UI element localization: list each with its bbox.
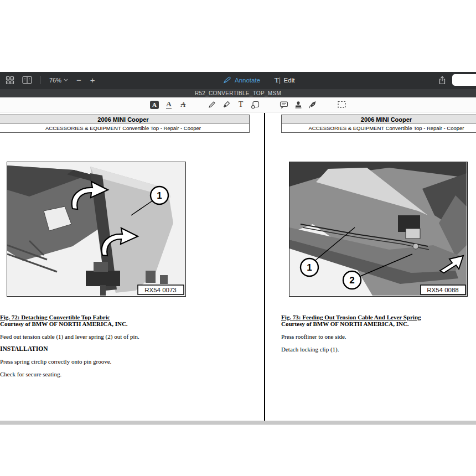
figure-72-ref-label: RX54 0073 bbox=[144, 287, 177, 293]
zoom-out-button[interactable]: − bbox=[74, 76, 84, 84]
paragraph: Detach locking clip (1). bbox=[281, 346, 339, 353]
view-controls: 76% − + bbox=[3, 72, 98, 88]
pencil-icon bbox=[208, 100, 216, 109]
main-toolbar: 76% − + Annotate T| Edit bbox=[0, 72, 476, 88]
highlight-icon: A bbox=[150, 101, 159, 109]
zoom-in-button[interactable]: + bbox=[87, 76, 98, 84]
annotate-pen-icon bbox=[223, 76, 231, 84]
underline-icon: A bbox=[166, 100, 171, 108]
strikethrough-icon: A bbox=[181, 100, 186, 109]
highlight-tool-button[interactable]: A bbox=[147, 99, 162, 111]
figure-72-caption: Fig. 72: Detaching Convertible Top Fabri… bbox=[0, 314, 110, 320]
zoom-level-button[interactable]: 76% bbox=[47, 76, 70, 85]
pdf-viewer-window: 76% − + Annotate T| Edit bbox=[0, 0, 476, 476]
grid-view-icon bbox=[6, 76, 14, 85]
share-button[interactable] bbox=[436, 75, 448, 86]
page-gap-divider bbox=[264, 113, 265, 421]
zoom-level-value: 76% bbox=[49, 77, 61, 84]
figure-72-courtesy: Courtesy of BMW OF NORTH AMERICA, INC. bbox=[0, 320, 128, 327]
eraser-tool-button[interactable] bbox=[219, 99, 234, 111]
page-header-subtitle: ACCESSORIES & EQUIPMENT Convertible Top … bbox=[0, 124, 249, 132]
callout-1-label: 1 bbox=[307, 262, 312, 273]
signature-pen-icon bbox=[308, 100, 317, 109]
toolbar-divider bbox=[40, 76, 41, 84]
shapes-tool-button[interactable] bbox=[248, 99, 262, 111]
selection-marquee-icon bbox=[337, 100, 346, 109]
toolbar-right bbox=[436, 72, 448, 88]
chevron-down-icon bbox=[64, 79, 68, 81]
installation-heading: INSTALLATION bbox=[0, 345, 48, 352]
mode-tabs: Annotate T| Edit bbox=[223, 72, 294, 88]
page-header-title: 2006 MINI Cooper bbox=[0, 115, 249, 124]
paragraph: Press roofliner to one side. bbox=[281, 333, 346, 340]
figure-73-image: 1 2 RX54 0088 bbox=[289, 162, 468, 297]
tab-annotate[interactable]: Annotate bbox=[223, 76, 260, 84]
signature-tool-button[interactable] bbox=[306, 99, 320, 111]
selection-tool-button[interactable] bbox=[334, 99, 349, 111]
annotation-toolbar: A A A T bbox=[0, 97, 476, 112]
page-header-table: 2006 MINI Cooper ACCESSORIES & EQUIPMENT… bbox=[0, 115, 250, 133]
eraser-icon bbox=[222, 100, 231, 109]
document-area: 2006 MINI Cooper ACCESSORIES & EQUIPMENT… bbox=[0, 113, 476, 421]
two-page-view-button[interactable] bbox=[20, 75, 34, 85]
convertible-top-fabric-illustration: 1 RX54 0073 bbox=[7, 162, 185, 296]
thumbnail-grid-view-button[interactable] bbox=[3, 75, 17, 86]
figure-73-caption: Fig. 73: Feeding Out Tension Cable And L… bbox=[281, 314, 421, 320]
document-filename: R52_CONVERTIBLE_TOP_MSM bbox=[195, 90, 281, 96]
text-tool-button[interactable]: T bbox=[234, 99, 248, 111]
stamp-icon bbox=[294, 100, 303, 109]
share-icon bbox=[438, 76, 446, 85]
figure-73-ref-label: RX54 0088 bbox=[427, 287, 459, 293]
pencil-tool-button[interactable] bbox=[205, 99, 219, 111]
paragraph: Press spring circlip correctly onto pin … bbox=[0, 358, 111, 365]
figure-73-courtesy: Courtesy of BMW OF NORTH AMERICA, INC. bbox=[281, 320, 409, 327]
tension-cable-lever-spring-illustration: 1 2 RX54 0088 bbox=[289, 162, 467, 296]
paragraph: Feed out tension cable (1) and lever spr… bbox=[0, 333, 139, 340]
page-header-table: 2006 MINI Cooper ACCESSORIES & EQUIPMENT… bbox=[281, 115, 476, 133]
two-page-view-icon bbox=[22, 76, 32, 84]
note-comment-icon bbox=[280, 100, 288, 109]
horizontal-scrollbar[interactable] bbox=[0, 421, 476, 425]
strikethrough-tool-button[interactable]: A bbox=[176, 99, 190, 111]
callout-1-label: 1 bbox=[157, 190, 162, 201]
shapes-icon bbox=[251, 100, 260, 109]
search-input[interactable] bbox=[452, 74, 476, 86]
tab-edit[interactable]: T| Edit bbox=[275, 76, 294, 85]
figure-72-image: 1 RX54 0073 bbox=[7, 162, 186, 297]
annotate-tab-label: Annotate bbox=[235, 77, 260, 84]
edit-tab-label: Edit bbox=[284, 77, 295, 84]
edit-text-icon: T| bbox=[275, 76, 281, 85]
page-header-subtitle: ACCESSORIES & EQUIPMENT Convertible Top … bbox=[282, 124, 476, 132]
stamp-tool-button[interactable] bbox=[291, 99, 306, 111]
underline-tool-button[interactable]: A bbox=[162, 99, 176, 111]
page-header-title: 2006 MINI Cooper bbox=[282, 115, 476, 124]
text-tool-icon: T bbox=[239, 100, 244, 109]
callout-2-label: 2 bbox=[349, 275, 354, 286]
note-tool-button[interactable] bbox=[277, 99, 291, 111]
document-title-bar: R52_CONVERTIBLE_TOP_MSM bbox=[0, 88, 476, 97]
paragraph: Check for secure seating. bbox=[0, 371, 61, 377]
